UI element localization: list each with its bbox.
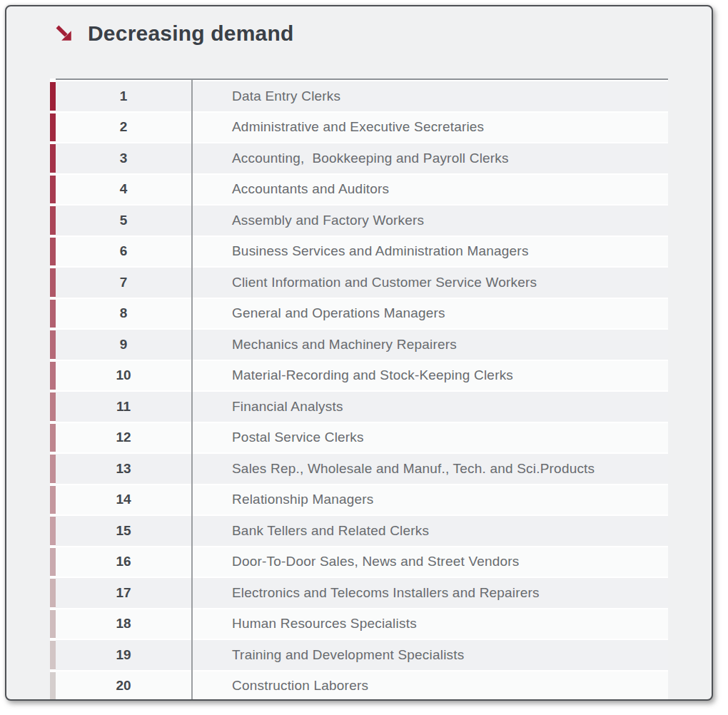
rank-number: 8 [56,299,191,329]
rank-accent-bar [50,268,56,297]
rank-accent-bar [50,672,56,701]
job-title: Training and Development Specialists [191,640,668,670]
table-row: 14 Relationship Managers [50,485,668,515]
rank-number: 19 [56,640,191,670]
rank-accent-bar [50,362,56,390]
rank-number: 4 [56,175,191,205]
table-row: 10 Material-Recording and Stock-Keeping … [50,361,668,391]
job-title: Material-Recording and Stock-Keeping Cle… [191,361,668,391]
rank-number: 11 [56,392,191,422]
table-row: 15 Bank Tellers and Related Clerks [50,516,668,546]
rank-accent-bar [50,641,56,669]
rank-accent-bar [50,82,56,111]
table-row: 9 Mechanics and Machinery Repairers [50,330,668,360]
job-title: Data Entry Clerks [191,81,668,111]
rank-accent-bar [50,176,56,204]
rank-number: 1 [56,81,191,111]
rank-accent-bar [50,455,56,483]
rank-number: 9 [56,330,191,360]
job-title: Accounting, Bookkeeping and Payroll Cler… [191,143,668,173]
decreasing-demand-card: Decreasing demand 1 Data Entry Clerks 2 … [5,5,713,701]
rank-number: 10 [56,361,191,391]
rank-accent-bar [50,610,56,639]
rank-accent-bar [50,206,56,235]
job-title: Business Services and Administration Man… [191,237,668,267]
rank-number: 18 [56,609,191,639]
table-row: 11 Financial Analysts [50,392,668,422]
table-row: 7 Client Information and Customer Servic… [50,268,668,298]
table-row: 12 Postal Service Clerks [50,423,668,453]
table-row: 17 Electronics and Telecoms Installers a… [50,578,668,608]
job-title: General and Operations Managers [191,299,668,329]
job-title: Client Information and Customer Service … [191,268,668,298]
rank-accent-bar [50,144,56,173]
rank-number: 16 [56,547,191,577]
table-row: 20 Construction Laborers [50,671,668,701]
rank-number: 3 [56,143,191,173]
job-title: Postal Service Clerks [191,423,668,453]
job-title: Electronics and Telecoms Installers and … [191,578,668,608]
job-title: Door-To-Door Sales, News and Street Vend… [191,547,668,577]
ranking-table: 1 Data Entry Clerks 2 Administrative and… [50,78,668,701]
job-title: Financial Analysts [191,392,668,422]
job-title: Sales Rep., Wholesale and Manuf., Tech. … [191,454,668,484]
card-header: Decreasing demand [55,18,712,49]
column-divider [191,80,193,701]
job-title: Mechanics and Machinery Repairers [191,330,668,360]
rank-accent-bar [50,238,56,266]
rank-accent-bar [50,548,56,577]
arrow-down-right-icon [55,24,74,43]
table-row: 19 Training and Development Specialists [50,640,668,670]
table-row: 18 Human Resources Specialists [50,609,668,639]
rank-number: 2 [56,113,191,143]
rank-accent-bar [50,330,56,359]
rank-accent-bar [50,113,56,142]
job-title: Administrative and Executive Secretaries [191,113,668,143]
table-row: 5 Assembly and Factory Workers [50,206,668,235]
rank-number: 20 [56,671,191,701]
table-row: 4 Accountants and Auditors [50,175,668,205]
rank-accent-bar [50,579,56,607]
rank-number: 6 [56,237,191,267]
table-row: 2 Administrative and Executive Secretari… [50,113,668,143]
table-rows: 1 Data Entry Clerks 2 Administrative and… [50,80,668,701]
job-title: Assembly and Factory Workers [191,206,668,235]
rank-number: 14 [56,485,191,515]
rank-accent-bar [50,392,56,421]
rank-number: 13 [56,454,191,484]
rank-number: 7 [56,268,191,298]
rank-number: 15 [56,516,191,546]
table-row: 16 Door-To-Door Sales, News and Street V… [50,547,668,577]
table-row: 1 Data Entry Clerks [50,81,668,111]
table-row: 6 Business Services and Administration M… [50,237,668,267]
rank-accent-bar [50,517,56,545]
rank-accent-bar [50,486,56,514]
table-row: 3 Accounting, Bookkeeping and Payroll Cl… [50,143,668,173]
job-title: Accountants and Auditors [191,175,668,205]
table-row: 8 General and Operations Managers [50,299,668,329]
rank-number: 5 [56,206,191,235]
rank-accent-bar [50,424,56,452]
rank-number: 17 [56,578,191,608]
page-title: Decreasing demand [88,21,294,46]
rank-number: 12 [56,423,191,453]
job-title: Bank Tellers and Related Clerks [191,516,668,546]
table-row: 13 Sales Rep., Wholesale and Manuf., Tec… [50,454,668,484]
job-title: Construction Laborers [191,671,668,701]
rank-accent-bar [50,300,56,328]
job-title: Relationship Managers [191,485,668,515]
job-title: Human Resources Specialists [191,609,668,639]
